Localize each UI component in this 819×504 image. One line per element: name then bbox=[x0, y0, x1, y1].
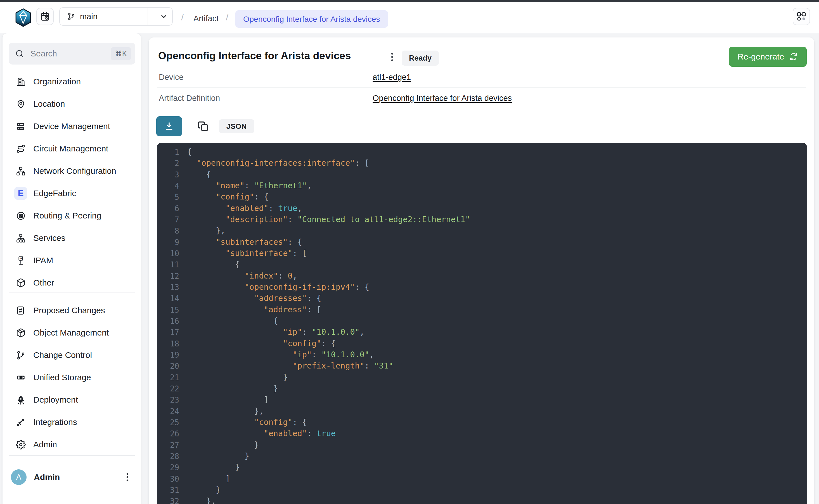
sidebar-item-label: Object Management bbox=[33, 328, 109, 337]
code-line: 15 "address": [ bbox=[157, 304, 807, 315]
line-number: 8 bbox=[157, 225, 179, 236]
branch-selector[interactable]: main bbox=[59, 7, 173, 26]
code-line: 20 "prefix-length": "31" bbox=[157, 360, 807, 372]
code-text: "address": [ bbox=[179, 304, 321, 315]
rocket-icon bbox=[14, 393, 27, 406]
line-number: 21 bbox=[157, 372, 179, 383]
sidebar-item-integrations[interactable]: Integrations bbox=[3, 411, 141, 433]
code-line: 12 "index": 0, bbox=[157, 270, 807, 282]
sidebar-item-location[interactable]: Location bbox=[3, 93, 141, 115]
sidebar-item-routing-peering[interactable]: Routing & Peering bbox=[3, 205, 141, 227]
user-row[interactable]: A Admin bbox=[11, 469, 133, 485]
code-text: } bbox=[179, 484, 220, 496]
sidebar-item-label: Circuit Management bbox=[33, 144, 108, 153]
search-box[interactable]: ⌘K bbox=[9, 43, 135, 65]
sidebar-item-admin[interactable]: Admin bbox=[3, 433, 141, 456]
line-number: 18 bbox=[157, 338, 179, 349]
code-text: "config": { bbox=[179, 338, 336, 349]
breadcrumb-item-current[interactable]: Openconfig Interface for Arista devices bbox=[235, 10, 388, 28]
line-number: 6 bbox=[157, 203, 179, 214]
cube-icon bbox=[16, 328, 26, 338]
search-input[interactable] bbox=[30, 49, 111, 59]
code-text: { bbox=[179, 315, 278, 327]
sidebar-item-ipam[interactable]: IPIPAM bbox=[3, 249, 141, 272]
user-menu-kebab-icon[interactable] bbox=[122, 472, 133, 483]
line-number: 14 bbox=[157, 293, 179, 304]
search-icon bbox=[15, 49, 24, 58]
code-line: 21 } bbox=[157, 372, 807, 383]
code-text: ] bbox=[179, 473, 230, 484]
sidebar-item-services[interactable]: Services bbox=[3, 227, 141, 249]
line-number: 32 bbox=[157, 496, 179, 504]
rocket-icon bbox=[16, 395, 26, 405]
router-icon bbox=[16, 211, 26, 221]
plug-icon bbox=[14, 416, 27, 429]
sidebar-item-deployment[interactable]: Deployment bbox=[3, 389, 141, 411]
sidebar-item-organization[interactable]: Organization bbox=[3, 70, 141, 93]
download-button[interactable] bbox=[156, 116, 182, 136]
code-text: { bbox=[179, 259, 240, 270]
sidebar-divider bbox=[9, 455, 135, 456]
box-icon bbox=[14, 276, 27, 289]
sidebar-item-change-control[interactable]: Change Control bbox=[3, 344, 141, 366]
detail-value-link[interactable]: atl1-edge1 bbox=[372, 73, 411, 82]
breadcrumb-item-artifact[interactable]: Artifact bbox=[193, 14, 218, 23]
line-number: 2 bbox=[157, 158, 179, 169]
sidebar-item-edgefabric[interactable]: EEdgeFabric bbox=[3, 182, 141, 205]
code-text: "ip": "10.1.0.0", bbox=[179, 327, 364, 338]
code-line: 1{ bbox=[157, 146, 807, 158]
line-number: 10 bbox=[157, 248, 179, 259]
sidebar-item-circuit-management[interactable]: Circuit Management bbox=[3, 137, 141, 160]
sidebar-item-unified-storage[interactable]: Unified Storage bbox=[3, 366, 141, 389]
detail-row-device: Deviceatl1-edge1 bbox=[157, 67, 806, 88]
code-viewer[interactable]: 1{2 "openconfig-interfaces:interface": [… bbox=[157, 143, 807, 504]
code-line: 17 "ip": "10.1.0.0", bbox=[157, 327, 807, 338]
app-logo-gem-icon[interactable] bbox=[15, 7, 32, 28]
code-text: "config": { bbox=[179, 191, 269, 203]
line-number: 16 bbox=[157, 315, 179, 327]
code-line: 16 { bbox=[157, 315, 807, 327]
line-number: 25 bbox=[157, 417, 179, 428]
sidebar-item-label: Network Configuration bbox=[33, 166, 116, 176]
detail-value-link[interactable]: Openconfig Interface for Arista devices bbox=[372, 94, 512, 103]
calendar-button[interactable] bbox=[36, 8, 54, 25]
sidebar-item-label: Integrations bbox=[33, 417, 77, 427]
map-pin-icon bbox=[14, 98, 27, 110]
detail-row-artifact-definition: Artifact DefinitionOpenconfig Interface … bbox=[157, 88, 806, 108]
plug-icon bbox=[16, 417, 26, 427]
code-text: }, bbox=[179, 496, 216, 504]
app-window: main / Artifact / Openconfig Interface f… bbox=[0, 0, 819, 504]
line-number: 24 bbox=[157, 406, 179, 417]
sidebar-item-label: EdgeFabric bbox=[33, 189, 76, 198]
copy-button[interactable] bbox=[197, 120, 209, 132]
code-text: } bbox=[179, 451, 249, 462]
branch-selector-chevron[interactable] bbox=[148, 12, 172, 21]
sidebar-item-label: Organization bbox=[33, 77, 81, 86]
sidebar-item-label: Other bbox=[33, 278, 54, 287]
code-line: 5 "config": { bbox=[157, 191, 807, 203]
format-badge: JSON bbox=[219, 119, 254, 133]
search-shortcut-badge: ⌘K bbox=[111, 47, 131, 60]
code-text: }, bbox=[179, 225, 225, 236]
sidebar-item-other[interactable]: Other bbox=[3, 272, 141, 294]
server-icon bbox=[16, 122, 26, 131]
regenerate-label: Re-generate bbox=[738, 52, 784, 61]
line-number: 19 bbox=[157, 349, 179, 360]
line-number: 7 bbox=[157, 214, 179, 225]
sidebar-item-label: Routing & Peering bbox=[33, 211, 101, 220]
storage-icon bbox=[16, 373, 26, 382]
sidebar-item-proposed-changes[interactable]: Proposed Changes bbox=[3, 299, 141, 322]
code-line: 24 }, bbox=[157, 406, 807, 417]
sidebar-item-object-management[interactable]: Object Management bbox=[3, 322, 141, 344]
sidebar-item-device-management[interactable]: Device Management bbox=[3, 115, 141, 137]
title-menu-kebab-icon[interactable] bbox=[386, 51, 398, 63]
sidebar-item-network-configuration[interactable]: Network Configuration bbox=[3, 160, 141, 182]
sidebar-item-label: Services bbox=[33, 233, 65, 243]
code-line: 22 } bbox=[157, 383, 807, 394]
code-text: "enabled": true bbox=[179, 428, 336, 439]
graph-view-button[interactable] bbox=[793, 8, 810, 25]
chevron-down-icon bbox=[160, 12, 168, 21]
main-content: Openconfig Interface for Arista devices … bbox=[148, 37, 815, 504]
regenerate-button[interactable]: Re-generate bbox=[729, 47, 807, 67]
page-title: Openconfig Interface for Arista devices bbox=[158, 50, 351, 62]
